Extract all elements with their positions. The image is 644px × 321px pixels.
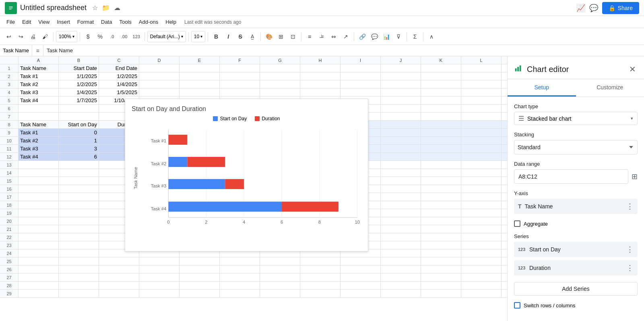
cell-extra[interactable]	[341, 274, 381, 281]
cell-a[interactable]: Task Name	[19, 121, 59, 128]
text-rotate-button[interactable]: ↗	[340, 31, 351, 42]
folder-icon[interactable]: 📁	[101, 3, 111, 12]
cell-extra[interactable]	[461, 97, 502, 104]
cell-a[interactable]	[19, 193, 59, 201]
tab-customize[interactable]: Customize	[576, 79, 644, 97]
paint-format-button[interactable]: 🖌	[39, 31, 51, 42]
cell-b[interactable]	[59, 217, 99, 225]
cell-a[interactable]: Task Name	[19, 64, 59, 72]
cell-a[interactable]	[19, 209, 59, 217]
cell-extra[interactable]	[381, 129, 421, 136]
cell-extra[interactable]	[381, 241, 421, 249]
cell-extra[interactable]	[180, 257, 220, 265]
redo-button[interactable]: ↪	[15, 31, 27, 42]
cell-extra[interactable]	[300, 282, 341, 289]
cell-extra[interactable]	[421, 185, 461, 193]
cell-extra[interactable]	[260, 72, 300, 80]
cell-extra[interactable]	[381, 145, 421, 152]
cell-extra[interactable]	[180, 265, 220, 273]
cell-b[interactable]	[59, 257, 99, 265]
currency-button[interactable]: $	[83, 31, 94, 42]
cell-extra[interactable]	[421, 249, 461, 257]
cell-extra[interactable]	[381, 225, 421, 233]
decimal-dec-button[interactable]: .0	[107, 31, 118, 42]
cell-extra[interactable]	[421, 97, 461, 104]
cell-extra[interactable]	[381, 88, 421, 96]
cell-extra[interactable]	[421, 121, 461, 128]
cell-extra[interactable]	[341, 80, 381, 88]
cell-c[interactable]	[99, 290, 139, 297]
cell-extra[interactable]	[381, 193, 421, 201]
cell-extra[interactable]	[421, 282, 461, 289]
cell-extra[interactable]	[461, 257, 502, 265]
cell-a[interactable]	[19, 169, 59, 177]
cell-b[interactable]: 1/4/2025	[59, 88, 99, 96]
cell-extra[interactable]	[421, 233, 461, 241]
cell-extra[interactable]	[139, 290, 180, 297]
cell-b[interactable]	[59, 233, 99, 241]
cell-extra[interactable]	[260, 265, 300, 273]
cell-extra[interactable]	[341, 290, 381, 297]
cell-extra[interactable]	[139, 64, 180, 72]
cell-a[interactable]	[19, 257, 59, 265]
cell-extra[interactable]	[220, 265, 260, 273]
cell-extra[interactable]	[421, 88, 461, 96]
cell-extra[interactable]	[300, 257, 341, 265]
cell-a[interactable]	[19, 233, 59, 241]
cell-c[interactable]	[99, 265, 139, 273]
cell-extra[interactable]	[260, 257, 300, 265]
cell-extra[interactable]	[341, 72, 381, 80]
bold-button[interactable]: B	[211, 31, 222, 42]
menu-data[interactable]: Data	[98, 17, 115, 27]
cell-extra[interactable]	[180, 290, 220, 297]
cell-extra[interactable]	[461, 169, 502, 177]
fill-color-button[interactable]: 🎨	[263, 31, 275, 42]
stacking-select[interactable]: Standard	[514, 140, 638, 154]
cell-extra[interactable]	[461, 274, 502, 281]
cell-extra[interactable]	[220, 274, 260, 281]
cell-extra[interactable]	[421, 169, 461, 177]
text-wrap-button[interactable]: ⇔	[328, 31, 339, 42]
cell-b[interactable]: 6	[59, 153, 99, 160]
cell-c[interactable]	[99, 257, 139, 265]
cell-b[interactable]	[59, 225, 99, 233]
cell-extra[interactable]	[381, 257, 421, 265]
cell-b[interactable]	[59, 161, 99, 169]
cell-extra[interactable]	[461, 290, 502, 297]
cell-a[interactable]	[19, 185, 59, 193]
menu-insert[interactable]: Insert	[54, 17, 73, 27]
collapse-toolbar-button[interactable]: ∧	[426, 31, 437, 42]
star-icon[interactable]: ☆	[91, 3, 99, 12]
cell-extra[interactable]	[461, 241, 502, 249]
col-header-b[interactable]: B	[59, 56, 99, 64]
cell-b[interactable]	[59, 113, 99, 120]
cell-a[interactable]	[19, 274, 59, 281]
menu-file[interactable]: File	[3, 17, 18, 27]
cell-extra[interactable]	[461, 80, 502, 88]
cell-extra[interactable]	[421, 257, 461, 265]
cell-extra[interactable]	[421, 105, 461, 112]
cell-extra[interactable]	[139, 265, 180, 273]
cell-b[interactable]	[59, 282, 99, 289]
cell-b[interactable]	[59, 209, 99, 217]
menu-edit[interactable]: Edit	[19, 17, 34, 27]
menu-view[interactable]: View	[35, 17, 53, 27]
cell-extra[interactable]	[260, 80, 300, 88]
cell-extra[interactable]	[260, 64, 300, 72]
cell-extra[interactable]	[381, 169, 421, 177]
cell-a[interactable]: Task #1	[19, 129, 59, 136]
cell-extra[interactable]	[461, 137, 502, 144]
cell-a[interactable]	[19, 217, 59, 225]
decimal-inc-button[interactable]: .00	[119, 31, 130, 42]
cell-a[interactable]	[19, 177, 59, 185]
cell-b[interactable]: 0	[59, 129, 99, 136]
cell-extra[interactable]	[180, 64, 220, 72]
link-button[interactable]: 🔗	[357, 31, 368, 42]
menu-addons[interactable]: Add-ons	[136, 17, 161, 27]
switch-rows-columns-checkbox[interactable]	[514, 302, 520, 309]
cell-b[interactable]: 1/1/2025	[59, 72, 99, 80]
col-header-e[interactable]: E	[180, 56, 220, 64]
cell-extra[interactable]	[381, 97, 421, 104]
italic-button[interactable]: I	[223, 31, 234, 42]
cell-b[interactable]	[59, 177, 99, 185]
